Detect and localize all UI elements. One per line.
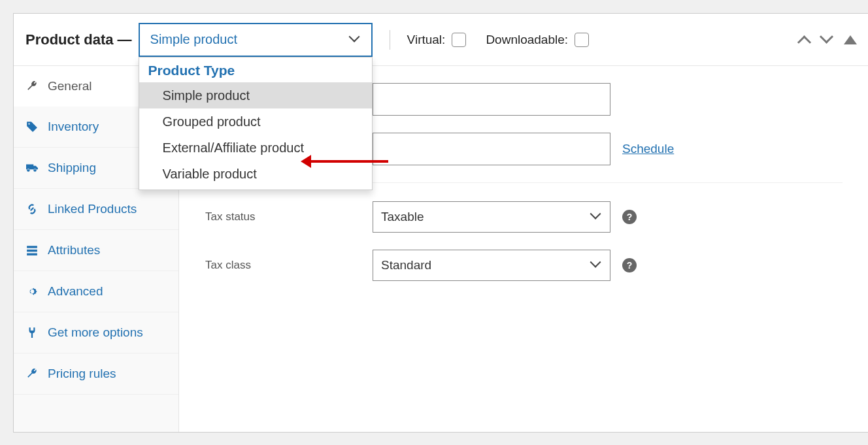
svg-rect-0 <box>27 246 37 248</box>
collapse-icon[interactable] <box>844 35 857 44</box>
tag-icon <box>25 120 39 133</box>
schedule-link[interactable]: Schedule <box>622 142 674 156</box>
tab-linked-products[interactable]: Linked Products <box>14 189 178 230</box>
product-type-select[interactable]: Simple product <box>139 23 373 57</box>
wrench-icon <box>25 80 39 93</box>
move-down-icon[interactable] <box>822 35 832 45</box>
tab-label: Attributes <box>48 243 100 257</box>
link-icon <box>25 203 39 216</box>
plug-icon <box>25 326 39 339</box>
help-icon[interactable]: ? <box>622 210 637 224</box>
tab-label: Pricing rules <box>48 367 116 381</box>
tab-label: General <box>48 79 92 93</box>
help-icon[interactable]: ? <box>622 258 637 272</box>
tab-label: Get more options <box>48 325 143 340</box>
tab-label: Shipping <box>48 161 96 175</box>
chevron-down-icon <box>592 212 602 222</box>
tab-advanced[interactable]: Advanced <box>14 271 178 312</box>
svg-rect-1 <box>27 250 37 252</box>
dropdown-heading: Product Type <box>139 58 372 82</box>
panel-header: Product data — Simple product Product Ty… <box>14 14 868 66</box>
move-up-icon[interactable] <box>799 35 810 45</box>
downloadable-label: Downloadable: <box>486 33 568 47</box>
virtual-checkbox[interactable] <box>452 33 466 47</box>
tax-status-value: Taxable <box>381 210 424 224</box>
list-icon <box>25 244 39 257</box>
panel-title: Product data — <box>25 31 132 48</box>
tax-status-label: Tax status <box>205 210 373 223</box>
divider <box>390 30 390 50</box>
svg-rect-2 <box>27 254 37 255</box>
tax-class-value: Standard <box>381 258 431 272</box>
wrench-icon <box>25 367 39 380</box>
regular-price-input[interactable] <box>373 83 610 116</box>
tab-pricing-rules[interactable]: Pricing rules <box>14 354 178 395</box>
dropdown-item-simple[interactable]: Simple product <box>139 82 372 108</box>
tax-class-select[interactable]: Standard <box>373 250 610 281</box>
annotation-arrow <box>310 160 388 163</box>
truck-icon <box>25 161 39 174</box>
tab-label: Inventory <box>48 120 99 134</box>
dropdown-item-grouped[interactable]: Grouped product <box>139 108 372 135</box>
product-type-select-value: Simple product <box>150 32 237 47</box>
product-type-dropdown: Product Type Simple product Grouped prod… <box>139 57 373 190</box>
gear-icon <box>25 285 39 298</box>
tab-attributes[interactable]: Attributes <box>14 230 178 271</box>
dropdown-item-external[interactable]: External/Affiliate product <box>139 135 372 161</box>
chevron-down-icon <box>350 35 361 45</box>
virtual-label: Virtual: <box>407 33 446 47</box>
tax-status-select[interactable]: Taxable <box>373 201 610 233</box>
tab-label: Linked Products <box>48 202 137 216</box>
dropdown-item-variable[interactable]: Variable product <box>139 161 372 187</box>
downloadable-checkbox[interactable] <box>575 33 589 47</box>
chevron-down-icon <box>592 260 602 271</box>
tab-label: Advanced <box>48 284 103 299</box>
product-data-panel: Product data — Simple product Product Ty… <box>13 13 868 433</box>
sale-price-input[interactable] <box>373 133 610 165</box>
tab-get-more-options[interactable]: Get more options <box>14 312 178 354</box>
tax-class-label: Tax class <box>205 259 373 272</box>
